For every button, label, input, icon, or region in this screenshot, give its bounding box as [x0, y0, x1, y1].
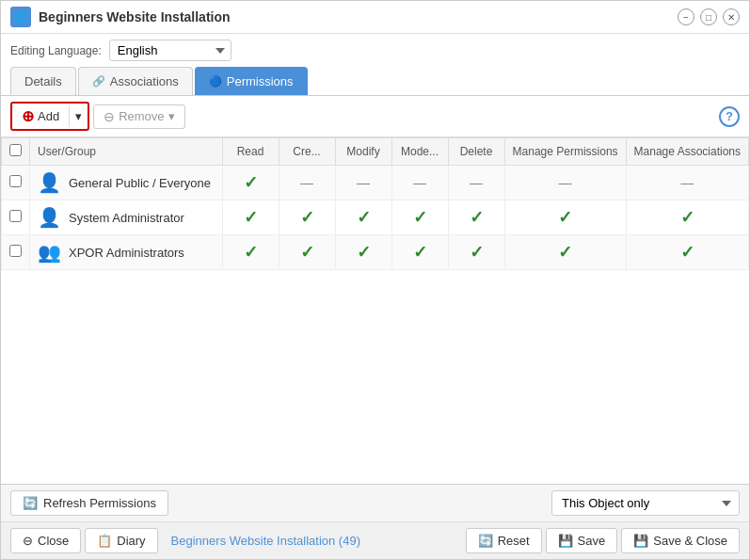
tab-associations-label: Associations: [110, 74, 179, 88]
save-close-button[interactable]: 💾 Save & Close: [621, 528, 740, 553]
row2-manage-assoc-cell: ✓: [626, 200, 748, 235]
footer-title-text: Beginners Website Installation: [171, 534, 336, 548]
row3-checkbox[interactable]: [9, 245, 22, 257]
row3-manage-perms-check: ✓: [558, 243, 572, 262]
row2-user-icon: 👤: [38, 206, 61, 229]
footer-left: ⊖ Close 📋 Diary Beginners Website Instal…: [10, 528, 360, 553]
remove-minus-icon: ⊖: [104, 109, 115, 124]
close-window-button[interactable]: ✕: [723, 8, 740, 25]
footer: 🔄 Refresh Permissions This Object only A…: [1, 484, 749, 559]
restore-button[interactable]: □: [700, 8, 717, 25]
col-header-manage-permissions: Manage Permissions: [504, 138, 626, 166]
footer-bottom: ⊖ Close 📋 Diary Beginners Website Instal…: [1, 522, 749, 559]
col-header-manage-associations: Manage Associations: [626, 138, 748, 166]
row2-read-check: ✓: [244, 208, 258, 227]
row3-manage-assoc-cell: ✓: [626, 235, 748, 270]
col-header-check: [2, 138, 30, 166]
col-header-read: Read: [222, 138, 279, 166]
add-dropdown-button[interactable]: ▾: [69, 105, 88, 127]
row3-modify-cell: ✓: [335, 235, 391, 270]
save-icon: 💾: [558, 534, 573, 548]
refresh-icon: 🔄: [23, 496, 38, 510]
add-button[interactable]: ⊕ Add: [12, 104, 69, 129]
language-select[interactable]: English French Spanish: [109, 40, 231, 61]
table-row: 👤 System Administrator ✓ ✓ ✓ ✓ ✓ ✓ ✓: [2, 200, 749, 235]
title-bar: 🌐 Beginners Website Installation − □ ✕: [1, 1, 749, 34]
footer-item-count: (49): [339, 534, 360, 548]
row3-manage-assoc-check: ✓: [680, 243, 694, 262]
main-window: 🌐 Beginners Website Installation − □ ✕ E…: [0, 0, 750, 560]
row3-create-check: ✓: [300, 243, 314, 262]
row2-modify-check: ✓: [357, 208, 371, 227]
tab-permissions[interactable]: 🔵 Permissions: [195, 67, 308, 95]
row1-user-name: General Public / Everyone: [69, 176, 211, 190]
row1-manage-perms-dash: —: [559, 175, 572, 190]
row3-moderate-check: ✓: [413, 243, 427, 262]
save-button[interactable]: 💾 Save: [546, 528, 618, 553]
row2-user-cell: 👤 System Administrator: [30, 200, 223, 235]
row3-read-check: ✓: [244, 243, 258, 262]
tab-permissions-label: Permissions: [227, 74, 294, 88]
help-button[interactable]: ?: [719, 106, 740, 127]
col-header-create: Cre...: [279, 138, 335, 166]
table-row: 👥 XPOR Administrators ✓ ✓ ✓ ✓ ✓ ✓ ✓: [2, 235, 749, 270]
toolbar-left: ⊕ Add ▾ ⊖ Remove ▾: [10, 102, 185, 131]
select-all-checkbox[interactable]: [9, 144, 22, 156]
row1-modify-dash: —: [357, 175, 370, 190]
row1-delete-dash: —: [470, 175, 483, 190]
col-header-user: User/Group: [30, 138, 223, 166]
row1-user-group: 👤 General Public / Everyone: [38, 171, 215, 194]
row1-read-check: ✓: [244, 173, 258, 192]
add-plus-icon: ⊕: [22, 107, 34, 125]
tab-bar: Details 🔗 Associations 🔵 Permissions: [1, 67, 749, 96]
tab-associations[interactable]: 🔗 Associations: [78, 67, 193, 95]
row1-user-cell: 👤 General Public / Everyone: [30, 166, 223, 200]
close-button[interactable]: ⊖ Close: [10, 528, 81, 553]
row1-create-cell: —: [279, 166, 335, 200]
col-header-delete: Delete: [448, 138, 504, 166]
row2-moderate-cell: ✓: [391, 200, 448, 235]
row3-delete-check: ✓: [470, 243, 484, 262]
row3-group-icon: 👥: [38, 241, 61, 264]
diary-button[interactable]: 📋 Diary: [85, 528, 157, 553]
remove-arrow-icon: ▾: [168, 109, 175, 123]
row1-delete-cell: —: [448, 166, 504, 200]
tab-details-label: Details: [24, 74, 62, 88]
row2-checkbox[interactable]: [9, 210, 22, 222]
table-row: 👤 General Public / Everyone ✓ — — — — — …: [2, 166, 749, 200]
scope-select[interactable]: This Object only All Objects: [551, 490, 740, 516]
permissions-icon: 🔵: [209, 75, 222, 88]
help-icon: ?: [726, 109, 733, 123]
add-button-group: ⊕ Add ▾: [10, 102, 89, 131]
row3-read-cell: ✓: [222, 235, 279, 270]
row1-moderate-cell: —: [391, 166, 448, 200]
row1-manage-assoc-cell: —: [626, 166, 748, 200]
window-icon: 🌐: [10, 7, 31, 27]
title-controls: − □ ✕: [678, 8, 740, 25]
row3-delete-cell: ✓: [448, 235, 504, 270]
row1-manage-assoc-dash: —: [680, 175, 694, 190]
row2-manage-perms-cell: ✓: [504, 200, 626, 235]
row3-user-cell: 👥 XPOR Administrators: [30, 235, 223, 270]
reset-button[interactable]: 🔄 Reset: [466, 528, 542, 553]
reset-label: Reset: [498, 534, 530, 548]
footer-right: 🔄 Reset 💾 Save 💾 Save & Close: [466, 528, 740, 553]
row2-read-cell: ✓: [222, 200, 279, 235]
row1-checkbox[interactable]: [9, 175, 22, 187]
row2-user-name: System Administrator: [69, 211, 184, 225]
row1-read-cell: ✓: [222, 166, 279, 200]
refresh-permissions-button[interactable]: 🔄 Refresh Permissions: [10, 490, 168, 516]
refresh-label: Refresh Permissions: [43, 496, 156, 510]
row1-moderate-dash: —: [413, 175, 426, 190]
tab-details[interactable]: Details: [10, 67, 76, 95]
footer-top: 🔄 Refresh Permissions This Object only A…: [1, 485, 749, 522]
row2-create-check: ✓: [300, 208, 314, 227]
add-label: Add: [38, 109, 59, 123]
minimize-button[interactable]: −: [678, 8, 694, 25]
footer-item-title: Beginners Website Installation (49): [171, 534, 360, 548]
reset-icon: 🔄: [478, 534, 493, 548]
permissions-table: User/Group Read Cre... Modify Mode... De…: [1, 137, 749, 270]
row1-user-icon: 👤: [38, 171, 61, 194]
row1-create-dash: —: [300, 175, 313, 190]
remove-button[interactable]: ⊖ Remove ▾: [93, 104, 184, 129]
